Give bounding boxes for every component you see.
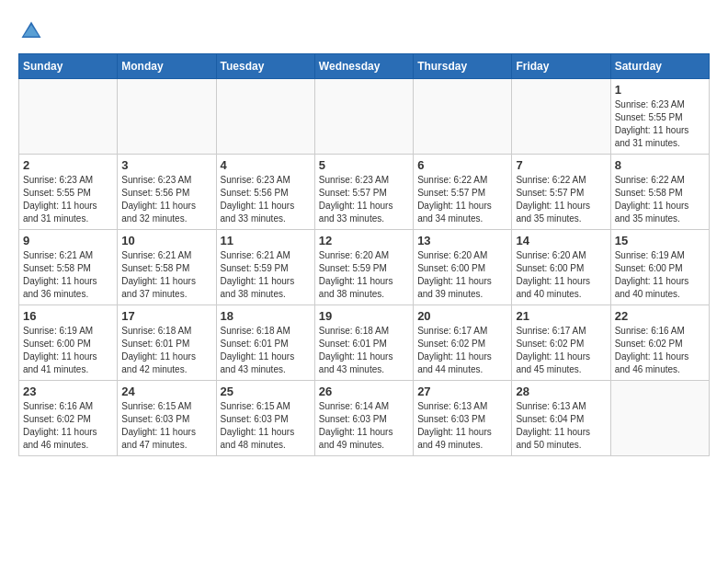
page-header [18, 18, 710, 44]
day-number: 7 [516, 158, 606, 172]
weekday-header-sunday: Sunday [19, 54, 118, 79]
weekday-header-row: SundayMondayTuesdayWednesdayThursdayFrid… [19, 54, 710, 79]
calendar-cell: 4Sunrise: 6:23 AM Sunset: 5:56 PM Daylig… [216, 155, 314, 230]
calendar-cell: 5Sunrise: 6:23 AM Sunset: 5:57 PM Daylig… [314, 155, 413, 230]
day-number: 21 [516, 309, 606, 323]
calendar-cell: 10Sunrise: 6:21 AM Sunset: 5:58 PM Dayli… [118, 230, 216, 305]
day-info: Sunrise: 6:15 AM Sunset: 6:03 PM Dayligh… [121, 400, 211, 452]
day-number: 20 [417, 309, 507, 323]
weekday-header-friday: Friday [512, 54, 610, 79]
logo [18, 18, 48, 44]
calendar-cell: 27Sunrise: 6:13 AM Sunset: 6:03 PM Dayli… [414, 381, 512, 456]
day-info: Sunrise: 6:22 AM Sunset: 5:57 PM Dayligh… [516, 174, 606, 225]
day-number: 3 [121, 158, 211, 172]
day-number: 16 [23, 309, 113, 323]
day-info: Sunrise: 6:23 AM Sunset: 5:57 PM Dayligh… [319, 174, 409, 225]
calendar-cell: 7Sunrise: 6:22 AM Sunset: 5:57 PM Daylig… [512, 155, 610, 230]
day-info: Sunrise: 6:16 AM Sunset: 6:02 PM Dayligh… [615, 325, 705, 376]
day-number: 1 [615, 83, 705, 97]
calendar-cell: 23Sunrise: 6:16 AM Sunset: 6:02 PM Dayli… [19, 381, 118, 456]
weekday-header-tuesday: Tuesday [216, 54, 314, 79]
day-info: Sunrise: 6:18 AM Sunset: 6:01 PM Dayligh… [319, 325, 409, 376]
calendar-cell: 8Sunrise: 6:22 AM Sunset: 5:58 PM Daylig… [610, 155, 709, 230]
week-row-4: 16Sunrise: 6:19 AM Sunset: 6:00 PM Dayli… [19, 305, 710, 381]
calendar-cell: 22Sunrise: 6:16 AM Sunset: 6:02 PM Dayli… [610, 305, 709, 381]
day-number: 12 [319, 234, 409, 247]
calendar-cell: 12Sunrise: 6:20 AM Sunset: 5:59 PM Dayli… [314, 230, 413, 305]
day-info: Sunrise: 6:23 AM Sunset: 5:56 PM Dayligh… [221, 174, 311, 225]
day-number: 22 [615, 309, 705, 323]
calendar-cell: 18Sunrise: 6:18 AM Sunset: 6:01 PM Dayli… [216, 305, 314, 381]
calendar-cell: 19Sunrise: 6:18 AM Sunset: 6:01 PM Dayli… [314, 305, 413, 381]
day-info: Sunrise: 6:20 AM Sunset: 6:00 PM Dayligh… [516, 249, 606, 301]
day-info: Sunrise: 6:18 AM Sunset: 6:01 PM Dayligh… [221, 325, 311, 376]
day-number: 27 [417, 385, 507, 398]
day-number: 15 [615, 234, 705, 247]
calendar-cell: 26Sunrise: 6:14 AM Sunset: 6:03 PM Dayli… [314, 381, 413, 456]
day-info: Sunrise: 6:16 AM Sunset: 6:02 PM Dayligh… [23, 400, 113, 452]
week-row-1: 1Sunrise: 6:23 AM Sunset: 5:55 PM Daylig… [19, 79, 710, 155]
calendar-cell: 11Sunrise: 6:21 AM Sunset: 5:59 PM Dayli… [216, 230, 314, 305]
day-info: Sunrise: 6:14 AM Sunset: 6:03 PM Dayligh… [319, 400, 409, 452]
day-info: Sunrise: 6:23 AM Sunset: 5:55 PM Dayligh… [615, 98, 705, 150]
day-info: Sunrise: 6:22 AM Sunset: 5:58 PM Dayligh… [615, 174, 705, 225]
calendar-cell [610, 381, 709, 456]
weekday-header-monday: Monday [118, 54, 216, 79]
day-info: Sunrise: 6:20 AM Sunset: 6:00 PM Dayligh… [417, 249, 507, 301]
calendar-cell: 1Sunrise: 6:23 AM Sunset: 5:55 PM Daylig… [610, 79, 709, 155]
calendar-cell [216, 79, 314, 155]
day-number: 25 [221, 385, 311, 398]
day-info: Sunrise: 6:22 AM Sunset: 5:57 PM Dayligh… [417, 174, 507, 225]
day-number: 10 [121, 234, 211, 247]
day-number: 11 [221, 234, 311, 247]
calendar-cell: 13Sunrise: 6:20 AM Sunset: 6:00 PM Dayli… [414, 230, 512, 305]
logo-icon [18, 18, 44, 44]
calendar-cell: 15Sunrise: 6:19 AM Sunset: 6:00 PM Dayli… [610, 230, 709, 305]
week-row-2: 2Sunrise: 6:23 AM Sunset: 5:55 PM Daylig… [19, 155, 710, 230]
day-number: 28 [516, 385, 606, 398]
day-number: 26 [319, 385, 409, 398]
calendar-cell [314, 79, 413, 155]
week-row-3: 9Sunrise: 6:21 AM Sunset: 5:58 PM Daylig… [19, 230, 710, 305]
calendar-cell: 6Sunrise: 6:22 AM Sunset: 5:57 PM Daylig… [414, 155, 512, 230]
calendar-cell: 20Sunrise: 6:17 AM Sunset: 6:02 PM Dayli… [414, 305, 512, 381]
calendar-cell: 28Sunrise: 6:13 AM Sunset: 6:04 PM Dayli… [512, 381, 610, 456]
day-number: 2 [23, 158, 113, 172]
day-info: Sunrise: 6:19 AM Sunset: 6:00 PM Dayligh… [615, 249, 705, 301]
calendar-cell: 24Sunrise: 6:15 AM Sunset: 6:03 PM Dayli… [118, 381, 216, 456]
day-info: Sunrise: 6:18 AM Sunset: 6:01 PM Dayligh… [121, 325, 211, 376]
calendar-cell: 17Sunrise: 6:18 AM Sunset: 6:01 PM Dayli… [118, 305, 216, 381]
calendar-table: SundayMondayTuesdayWednesdayThursdayFrid… [18, 53, 710, 456]
day-info: Sunrise: 6:23 AM Sunset: 5:56 PM Dayligh… [121, 174, 211, 225]
day-info: Sunrise: 6:21 AM Sunset: 5:58 PM Dayligh… [23, 249, 113, 301]
calendar-cell [414, 79, 512, 155]
day-info: Sunrise: 6:17 AM Sunset: 6:02 PM Dayligh… [417, 325, 507, 376]
calendar-cell: 9Sunrise: 6:21 AM Sunset: 5:58 PM Daylig… [19, 230, 118, 305]
day-number: 24 [121, 385, 211, 398]
day-number: 23 [23, 385, 113, 398]
day-number: 5 [319, 158, 409, 172]
day-number: 4 [221, 158, 311, 172]
calendar-cell [19, 79, 118, 155]
calendar-cell: 21Sunrise: 6:17 AM Sunset: 6:02 PM Dayli… [512, 305, 610, 381]
day-info: Sunrise: 6:13 AM Sunset: 6:04 PM Dayligh… [516, 400, 606, 452]
day-number: 17 [121, 309, 211, 323]
day-info: Sunrise: 6:13 AM Sunset: 6:03 PM Dayligh… [417, 400, 507, 452]
day-number: 18 [221, 309, 311, 323]
day-info: Sunrise: 6:20 AM Sunset: 5:59 PM Dayligh… [319, 249, 409, 301]
day-info: Sunrise: 6:21 AM Sunset: 5:58 PM Dayligh… [121, 249, 211, 301]
day-info: Sunrise: 6:21 AM Sunset: 5:59 PM Dayligh… [221, 249, 311, 301]
calendar-cell: 3Sunrise: 6:23 AM Sunset: 5:56 PM Daylig… [118, 155, 216, 230]
day-number: 14 [516, 234, 606, 247]
day-info: Sunrise: 6:15 AM Sunset: 6:03 PM Dayligh… [221, 400, 311, 452]
weekday-header-thursday: Thursday [414, 54, 512, 79]
weekday-header-saturday: Saturday [610, 54, 709, 79]
day-number: 19 [319, 309, 409, 323]
calendar-cell [118, 79, 216, 155]
calendar-cell: 25Sunrise: 6:15 AM Sunset: 6:03 PM Dayli… [216, 381, 314, 456]
calendar-cell [512, 79, 610, 155]
day-number: 6 [417, 158, 507, 172]
day-info: Sunrise: 6:17 AM Sunset: 6:02 PM Dayligh… [516, 325, 606, 376]
calendar-cell: 2Sunrise: 6:23 AM Sunset: 5:55 PM Daylig… [19, 155, 118, 230]
weekday-header-wednesday: Wednesday [314, 54, 413, 79]
